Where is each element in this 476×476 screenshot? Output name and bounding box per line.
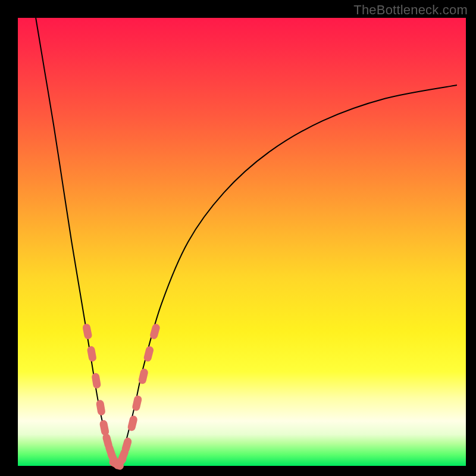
watermark-text: TheBottleneck.com <box>353 2 468 18</box>
curve-marker <box>127 415 138 431</box>
curve-marker <box>138 368 149 384</box>
chart-frame: TheBottleneck.com <box>0 0 476 476</box>
plot-area <box>18 18 466 466</box>
curve-marker <box>143 346 154 362</box>
curve-marker <box>99 419 109 436</box>
curve-marker <box>96 399 106 416</box>
curve-marker <box>91 372 101 389</box>
curve-marker <box>121 437 133 454</box>
curve-marker <box>131 394 142 411</box>
bottleneck-curve <box>36 18 457 466</box>
curve-marker <box>149 323 161 340</box>
curve-marker <box>82 323 93 340</box>
curve-marker <box>87 346 97 362</box>
chart-overlay <box>18 18 466 466</box>
